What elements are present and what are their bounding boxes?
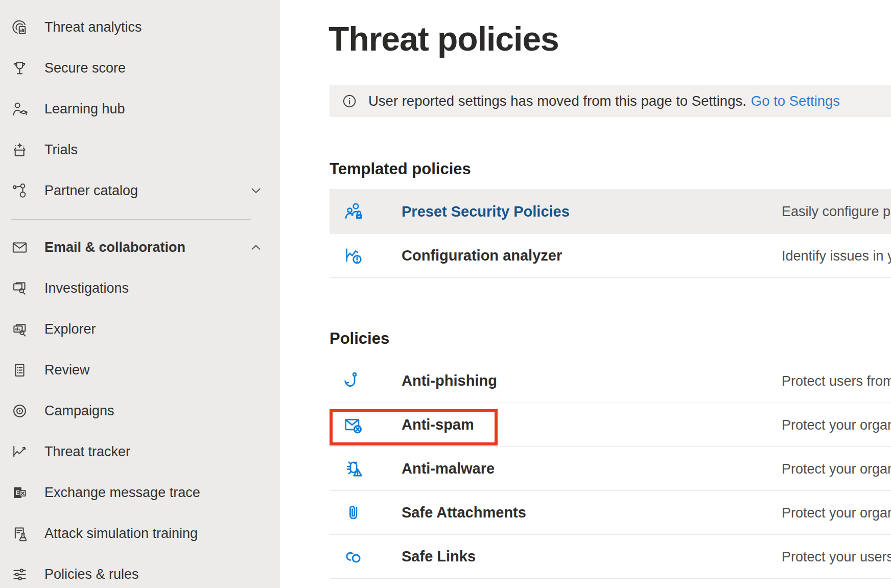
info-icon [342,93,357,109]
exchange-message-trace-icon: E [10,483,29,502]
sidebar-item-label: Secure score [44,60,126,76]
explorer-icon [10,319,29,339]
threat-tracker-icon [10,442,29,461]
sidebar-item-trials[interactable]: Trials [0,129,280,170]
row-description: Protect your organization's email from s… [782,417,891,433]
row-anti-malware[interactable]: Anti-malware Protect your organization's… [330,447,891,491]
banner-message: User reported settings has moved from th… [368,93,746,109]
review-icon [10,360,29,380]
row-label: Safe Attachments [402,504,526,521]
sidebar-item-label: Threat analytics [44,19,142,35]
sidebar-item-label: Policies & rules [44,567,139,582]
row-anti-phishing[interactable]: Anti-phishing Protect users from phishin… [330,359,891,403]
sidebar-item-label: Learning hub [44,101,125,117]
row-configuration-analyzer[interactable]: Configuration analyzer Identify issues i… [330,234,891,278]
sidebar-item-attack-simulation-training[interactable]: Attack simulation training [0,513,280,554]
sidebar-item-label: Review [44,362,90,378]
sidebar-item-threat-analytics[interactable]: Threat analytics [0,7,280,48]
sidebar-item-label: Threat tracker [44,444,130,460]
sidebar-item-learning-hub[interactable]: Learning hub [0,88,280,129]
sidebar-item-label: Campaigns [44,403,114,419]
row-safe-attachments[interactable]: Safe Attachments Protect your organizati… [330,491,891,535]
sidebar-item-explorer[interactable]: Explorer [0,309,280,349]
threat-analytics-icon [10,17,29,37]
go-to-settings-link[interactable]: Go to Settings [751,93,840,109]
user-reported-settings-banner: User reported settings has moved from th… [330,85,891,117]
investigations-icon [10,278,29,298]
sidebar-item-partner-catalog[interactable]: Partner catalog [0,170,280,211]
policies-list: Anti-phishing Protect users from phishin… [330,359,891,579]
sidebar-item-label: Explorer [44,321,96,337]
row-label: Safe Links [402,548,476,565]
row-safe-links[interactable]: Safe Links Protect your users from malic… [330,535,891,579]
sidebar-item-label: Investigations [44,280,129,296]
campaigns-icon [10,401,29,420]
sidebar-item-label: Partner catalog [44,183,138,199]
sidebar-item-investigations[interactable]: Investigations [0,268,280,309]
templated-policies-heading: Templated policies [330,160,471,178]
row-description: Identify issues in your policy configura… [782,248,891,264]
chevron-up-icon[interactable] [249,241,263,254]
row-description: Protect your organization from malicious… [782,505,891,521]
sidebar-item-review[interactable]: Review [0,349,280,390]
sidebar-item-threat-tracker[interactable]: Threat tracker [0,431,280,472]
page-title: Threat policies [329,19,559,58]
row-description: Protect your users from malicious links … [782,549,891,565]
row-label: Anti-phishing [402,372,497,389]
left-navigation-sidebar: Threat analytics Secure score Learning h… [0,0,280,588]
row-label: Anti-spam [402,416,474,433]
preset-security-policies-icon [342,200,365,223]
svg-text:E: E [15,488,20,496]
sidebar-item-label: Email & collaboration [44,240,185,255]
email-collaboration-icon [10,238,29,257]
anti-phishing-icon [342,370,365,392]
sidebar-divider [11,219,251,220]
secure-score-icon [10,58,29,78]
anti-spam-icon [342,414,365,436]
sidebar-item-label: Attack simulation training [44,526,198,542]
configuration-analyzer-icon [342,245,365,267]
sidebar-item-campaigns[interactable]: Campaigns [0,390,280,431]
templated-policies-list: Preset Security Policies Easily configur… [330,189,891,278]
chevron-down-icon[interactable] [249,184,263,197]
sidebar-item-exchange-message-trace[interactable]: E Exchange message trace [0,472,280,513]
policies-heading: Policies [330,330,389,348]
row-description: Protect users from phishing attacks and … [782,373,891,389]
row-preset-security-policies[interactable]: Preset Security Policies Easily configur… [330,189,891,234]
row-label: Anti-malware [402,460,495,477]
learning-hub-icon [10,99,29,119]
row-anti-spam[interactable]: Anti-spam Protect your organization's em… [330,403,891,447]
sidebar-item-email-collaboration[interactable]: Email & collaboration [0,227,280,268]
trials-icon [10,140,29,159]
safe-links-icon [342,546,365,568]
row-label-link[interactable]: Preset Security Policies [402,203,570,220]
anti-malware-icon [342,458,365,480]
sidebar-item-policies-rules[interactable]: Policies & rules [0,554,280,588]
row-description: Easily configure protection settings for… [782,204,891,220]
safe-attachments-icon [342,502,365,524]
sidebar-item-label: Trials [44,142,78,158]
partner-catalog-icon [10,181,29,200]
row-description: Protect your organization's email from m… [782,461,891,477]
attack-simulation-training-icon [10,524,29,543]
sidebar-item-label: Exchange message trace [44,485,200,501]
nav-list: Threat analytics Secure score Learning h… [0,0,280,588]
row-label: Configuration analyzer [402,247,562,264]
policies-rules-icon [10,565,29,584]
sidebar-item-secure-score[interactable]: Secure score [0,48,280,88]
